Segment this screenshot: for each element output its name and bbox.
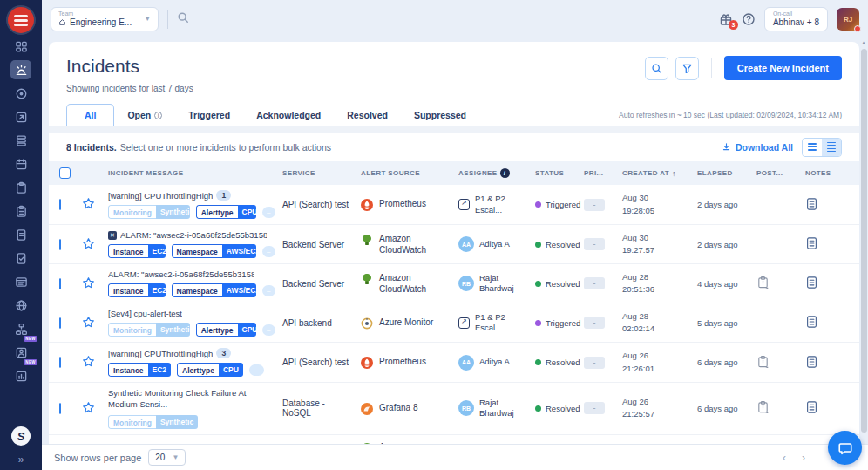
more-tags-button[interactable]: ‒ [262,246,275,257]
sidebar-item-grid-icon[interactable] [10,37,31,56]
row-checkbox[interactable] [59,403,61,414]
scroll-up-arrow[interactable]: ▲ [859,40,868,45]
table-row[interactable]: [warning] CPUThrottlingHigh1MonitoringSy… [49,185,859,225]
global-search-icon[interactable] [177,11,189,27]
assignee-avatar[interactable]: AA [458,355,474,371]
assignee-name[interactable]: Aditya A [479,357,510,367]
incident-message[interactable]: [Sev4] cpu-alert-test [108,309,182,318]
sidebar-item-bar-chart-icon[interactable] [10,366,31,385]
service-name[interactable]: API backend [282,318,361,328]
tag[interactable]: AlerttypeCPU [196,323,256,337]
sidebar-item-target-icon[interactable] [10,84,31,103]
assignee-avatar[interactable]: AA [458,236,474,252]
next-page-button[interactable]: › [802,452,805,464]
tab-open[interactable]: Openi [114,105,175,126]
table-row[interactable]: [warning] CPUThrottlingHigh3InstanceEC2A… [49,343,859,383]
table-row[interactable]: ALARM: "awsec2-i-05a68f25de55b3158-CPU-I… [49,264,859,303]
tab-suppressed[interactable]: Suppressed [401,105,479,126]
tag[interactable]: MonitoringSynthetic [108,323,190,337]
scrollbar-thumb[interactable] [861,49,867,433]
rows-per-page-select[interactable]: 20 ▼ [148,449,186,466]
column-header[interactable]: ALERT SOURCE [361,169,458,177]
service-name[interactable]: Database - NoSQL [282,398,361,418]
assignee-name[interactable]: Aditya A [479,239,510,249]
assignee-name[interactable]: P1 & P2 Escal... [475,312,527,334]
postmortem-icon[interactable] [756,400,805,416]
column-header[interactable]: STATUS [535,169,584,177]
sidebar-item-stack-icon[interactable] [10,131,31,150]
column-header[interactable]: SERVICE [282,169,361,177]
priority-badge[interactable]: - [584,238,605,250]
vertical-scrollbar[interactable]: ▲ [859,38,868,470]
alert-source-name[interactable]: Prometheus [379,198,426,209]
row-checkbox[interactable] [59,317,61,329]
star-icon[interactable] [82,355,108,370]
download-all-button[interactable]: Download All [722,142,793,153]
assignee-info-icon[interactable]: i [500,168,510,178]
column-header[interactable]: NOTES [805,169,845,177]
alert-source-name[interactable]: Amazon CloudWatch [379,272,440,295]
sidebar-item-document-check-icon[interactable] [10,249,31,268]
filter-button[interactable] [675,57,699,80]
table-row[interactable]: ✕ALARM: "awsec2-i-05a68f25de55b3158-CPU-… [49,225,859,264]
column-header[interactable]: ELAPSED [697,169,756,177]
assignee-name[interactable]: Rajat Bhardwaj [479,398,532,419]
column-header[interactable]: POST... [756,169,805,177]
notes-icon[interactable] [805,197,845,213]
postmortem-icon[interactable] [756,276,805,291]
tag[interactable]: InstanceEC2 [108,283,166,297]
sidebar-item-siren-icon[interactable] [10,60,31,79]
tag[interactable]: NamespaceAWS/EC2 [172,283,256,297]
tag[interactable]: NamespaceAWS/EC2 [172,244,256,258]
service-name[interactable]: API (Search) test [282,200,361,209]
row-checkbox[interactable] [59,199,61,210]
search-button[interactable] [645,57,668,80]
sidebar-item-flow-nodes-icon[interactable]: NEW [10,319,31,338]
sidebar-item-id-card-icon[interactable]: NEW [10,343,31,362]
notes-icon[interactable] [805,315,845,330]
sidebar-item-document-icon[interactable] [10,225,31,244]
more-tags-button[interactable]: ‒ [262,285,275,296]
star-icon[interactable] [82,276,108,291]
incident-message[interactable]: ALARM: "awsec2-i-05a68f25de55b3158-CPU- [120,230,267,240]
incident-message[interactable]: [warning] CPUThrottlingHigh [108,191,213,201]
assignee-avatar[interactable]: RB [458,276,474,291]
column-header[interactable]: INCIDENT MESSAGE [108,169,282,177]
star-icon[interactable] [82,197,108,212]
select-all-checkbox[interactable] [59,167,71,179]
tag[interactable]: MonitoringSynthetic [108,205,190,219]
help-icon[interactable] [742,12,756,26]
star-icon[interactable] [82,401,108,416]
service-name[interactable]: Backend Server [282,240,361,249]
row-checkbox[interactable] [59,239,61,250]
column-header[interactable]: CREATED AT ↑ [622,169,697,178]
sidebar-expand-icon[interactable]: » [18,453,24,466]
column-header[interactable]: PRI... [584,169,622,177]
tab-triggered[interactable]: Triggered [175,105,243,126]
tag[interactable]: InstanceEC2 [108,244,166,258]
alert-source-name[interactable]: Amazon CloudWatch [379,233,440,255]
sidebar-item-arrow-square-icon[interactable] [10,107,31,126]
postmortem-icon[interactable] [756,355,805,371]
more-tags-button[interactable]: ‒ [249,364,264,376]
star-icon[interactable] [82,237,108,252]
sidebar-item-calendar-icon[interactable] [10,154,31,174]
notes-icon[interactable] [805,400,845,416]
tab-acknowledged[interactable]: Acknowledged [243,105,334,126]
priority-badge[interactable]: - [584,402,605,414]
sidebar-item-clipboard-lines-icon[interactable] [10,201,31,221]
squadcast-logo-icon[interactable]: S [11,426,31,446]
alert-source-name[interactable]: Prometheus [379,356,426,367]
sort-asc-icon[interactable]: ↑ [672,169,676,178]
incident-message[interactable]: [warning] CPUThrottlingHigh [108,349,213,358]
incident-message[interactable]: Synthetic Monitoring Check Failure At Me… [108,388,261,411]
gift-icon[interactable]: 3 [719,12,733,26]
more-tags-button[interactable]: ‒ [262,207,275,218]
row-checkbox[interactable] [59,357,61,368]
assignee-name[interactable]: Rajat Bhardwaj [479,273,532,295]
assignee-avatar[interactable]: RB [458,400,474,416]
sidebar-item-globe-document-icon[interactable] [10,296,31,315]
priority-badge[interactable]: - [584,277,605,289]
table-row[interactable]: [Sev4] cpu-alert-testMonitoringSynthetic… [49,303,859,343]
incident-message[interactable]: ALARM: "awsec2-i-05a68f25de55b3158-CPU- [108,269,254,279]
